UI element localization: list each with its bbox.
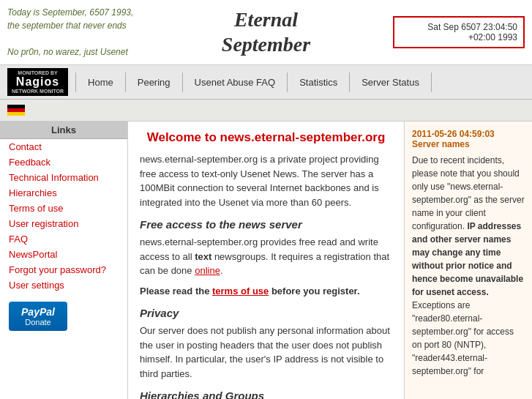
sidebar-item-hierarchies[interactable]: Hierarchies <box>0 185 127 201</box>
online-link[interactable]: online <box>195 265 220 276</box>
content-para1: news.eternal-september.org is a private … <box>140 152 392 209</box>
nagios-network-monitor: NETWORK MONITOR <box>12 89 64 94</box>
right-sidebar-section-title: Server names <box>412 139 525 149</box>
content-para2: news.eternal-september.org provides free… <box>140 235 392 278</box>
flag-bar <box>0 100 532 122</box>
sidebar-item-faq[interactable]: FAQ <box>0 231 127 247</box>
nagios-logo[interactable]: MONITORED BY Nagios NETWORK MONITOR <box>7 68 68 96</box>
nav-usenet-abuse-faq[interactable]: Usenet Abuse FAQ <box>183 72 288 92</box>
tagline-text: Today is September, 6507 1993, the septe… <box>7 6 139 59</box>
nagios-monitored-by: MONITORED BY <box>18 70 57 75</box>
nav-statistics[interactable]: Statistics <box>288 72 350 92</box>
terms-of-use-link[interactable]: terms of use <box>212 286 269 297</box>
right-sidebar-timestamp: 2011-05-26 04:59:03 <box>412 129 525 139</box>
nagios-bar: MONITORED BY Nagios NETWORK MONITOR Home… <box>0 65 532 100</box>
main-nav: Home Peering Usenet Abuse FAQ Statistics… <box>75 72 525 92</box>
site-title: Eternal September <box>139 7 393 56</box>
datetime-area: Sat Sep 6507 23:04:50 +02:00 1993 <box>393 16 525 48</box>
sidebar-item-forgot-password[interactable]: Forgot your password? <box>0 262 127 277</box>
sidebar-item-technical-information[interactable]: Technical Information <box>0 170 127 185</box>
sidebar-item-contact[interactable]: Contact <box>0 139 127 154</box>
paypal-donate-label: Donate <box>25 318 50 327</box>
sidebar-item-newsportal[interactable]: NewsPortal <box>0 247 127 262</box>
sidebar-header: Links <box>0 122 127 139</box>
paypal-logo-text: PayPal <box>21 306 55 318</box>
nav-home[interactable]: Home <box>75 72 126 92</box>
sidebar: Links Contact Feedback Technical Informa… <box>0 122 128 399</box>
sidebar-item-user-registration[interactable]: User registration <box>0 216 127 231</box>
german-flag <box>7 105 25 116</box>
header-tagline: Today is September, 6507 1993, the septe… <box>7 6 139 59</box>
section1-title: Free access to the news server <box>140 218 392 231</box>
nav-peering[interactable]: Peering <box>126 72 183 92</box>
sidebar-item-feedback[interactable]: Feedback <box>0 154 127 170</box>
datetime-box: Sat Sep 6507 23:04:50 +02:00 1993 <box>393 16 525 48</box>
right-sidebar-text: Due to recent incidents, please note tha… <box>412 154 525 378</box>
section2-title: Privacy <box>140 307 392 319</box>
page-header: Today is September, 6507 1993, the septe… <box>0 0 532 65</box>
content-para3: Please read the terms of use before you … <box>140 284 392 299</box>
right-sidebar: 2011-05-26 04:59:03 Server names Due to … <box>404 122 532 399</box>
paypal-section: PayPal Donate <box>0 293 127 340</box>
main-content: Welcome to news.eternal-september.org ne… <box>128 122 404 399</box>
sidebar-item-user-settings[interactable]: User settings <box>0 277 127 293</box>
paypal-donate-button[interactable]: PayPal Donate <box>9 302 67 331</box>
section3-title: Hierarchies and Groups <box>140 389 392 399</box>
main-layout: Links Contact Feedback Technical Informa… <box>0 122 532 399</box>
flag-gold-stripe <box>7 112 25 116</box>
content-para4: Our server does not publish any personal… <box>140 324 392 381</box>
nagios-name: Nagios <box>16 75 59 89</box>
nav-server-status[interactable]: Server Status <box>350 72 432 92</box>
sidebar-item-terms-of-use[interactable]: Terms of use <box>0 201 127 216</box>
content-title: Welcome to news.eternal-september.org <box>140 130 392 145</box>
